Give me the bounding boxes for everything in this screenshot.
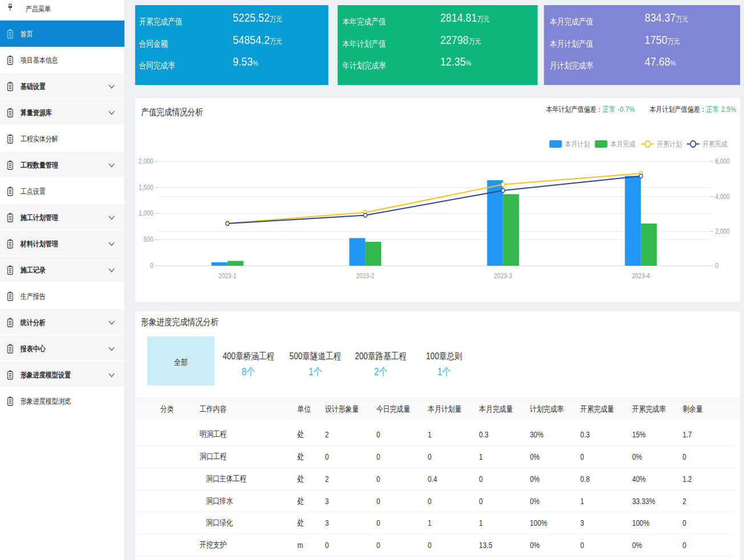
svg-text:2023-4: 2023-4	[632, 272, 650, 279]
svg-text:6,000: 6,000	[715, 157, 729, 165]
svg-text:0: 0	[715, 262, 718, 269]
svg-text:开累完成: 开累完成	[702, 140, 727, 148]
svg-text:2023-2: 2023-2	[356, 272, 374, 279]
svg-text:500: 500	[144, 236, 153, 243]
svg-text:0: 0	[150, 262, 153, 269]
svg-text:本月完成: 本月完成	[610, 140, 636, 148]
svg-text:1,000: 1,000	[139, 210, 153, 217]
svg-text:2023-1: 2023-1	[219, 272, 237, 279]
svg-text:2,000: 2,000	[139, 157, 153, 165]
svg-text:2023-3: 2023-3	[494, 272, 512, 279]
svg-text:4,000: 4,000	[715, 193, 729, 200]
svg-text:1,500: 1,500	[139, 184, 153, 191]
svg-text:2,000: 2,000	[715, 228, 729, 235]
svg-text:本月计划: 本月计划	[564, 140, 590, 148]
svg-text:开累计划: 开累计划	[657, 140, 682, 148]
